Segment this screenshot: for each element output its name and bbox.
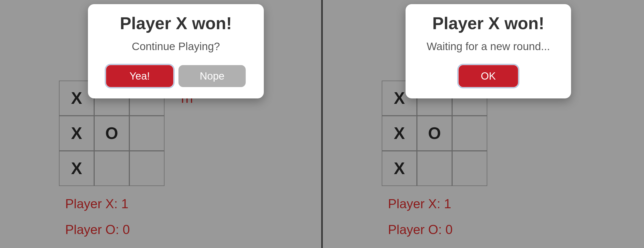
ok-button[interactable]: OK xyxy=(459,65,518,87)
score-player-x: Player X: 1 xyxy=(65,196,129,211)
dialog-subtitle: Waiting for a new round... xyxy=(415,40,562,53)
cell-3[interactable]: X xyxy=(382,116,417,151)
cell-8[interactable] xyxy=(452,151,487,186)
score-o-label: Player O: xyxy=(65,222,123,237)
cell-6[interactable]: X xyxy=(59,151,94,186)
dialog-button-row: OK xyxy=(415,65,562,87)
yes-button[interactable]: Yea! xyxy=(106,65,173,87)
dialog-button-row: Yea! Nope xyxy=(97,65,254,87)
cell-4[interactable]: O xyxy=(417,116,452,151)
no-button[interactable]: Nope xyxy=(178,65,246,87)
score-o-value: 0 xyxy=(123,222,130,237)
score-x-value: 1 xyxy=(121,197,129,211)
score-x-label: Player X: xyxy=(388,197,444,211)
dialog-title: Player X won! xyxy=(97,13,254,33)
game-over-dialog: Player X won! Continue Playing? Yea! Nop… xyxy=(88,4,264,98)
cell-6[interactable]: X xyxy=(382,151,417,186)
dialog-subtitle: Continue Playing? xyxy=(97,40,254,53)
score-player-o: Player O: 0 xyxy=(65,222,130,237)
score-x-value: 1 xyxy=(444,197,451,211)
cell-5[interactable] xyxy=(129,116,164,151)
cell-8[interactable] xyxy=(129,151,164,186)
score-player-x: Player X: 1 xyxy=(388,196,451,211)
cell-3[interactable]: X xyxy=(59,116,94,151)
score-x-label: Player X: xyxy=(65,197,121,211)
left-pane: X X O X rn Player X: 1 Player O: 0 Playe… xyxy=(0,0,321,248)
cell-7[interactable] xyxy=(417,151,452,186)
cell-5[interactable] xyxy=(452,116,487,151)
right-pane: X X O X Player X: 1 Player O: 0 Player X… xyxy=(323,0,644,248)
score-o-value: 0 xyxy=(445,222,453,237)
dialog-title: Player X won! xyxy=(415,13,562,33)
cell-7[interactable] xyxy=(94,151,129,186)
score-player-o: Player O: 0 xyxy=(388,222,453,237)
score-o-label: Player O: xyxy=(388,222,445,237)
waiting-dialog: Player X won! Waiting for a new round...… xyxy=(406,4,571,98)
cell-4[interactable]: O xyxy=(94,116,129,151)
